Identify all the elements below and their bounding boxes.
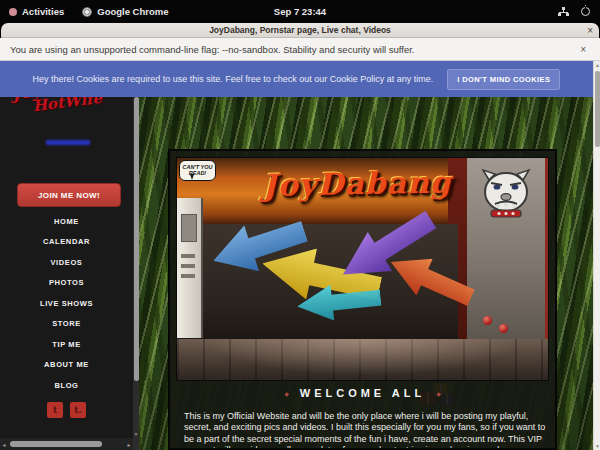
sidebar-item-videos[interactable]: VIDEOS [0,252,133,273]
scroll-left-icon[interactable]: ◂ [0,441,8,448]
chrome-taskbar-label: Google Chrome [97,6,168,17]
white-cart [177,198,203,338]
page-background: Joy Dabang HotWife JOIN ME NOW! HOME CAL… [0,97,593,450]
screen: Activities Google Chrome Sep 7 23:44 Joy… [0,0,600,450]
activities-label: Activities [22,6,64,17]
browser-scrollbar-thumb[interactable] [595,71,600,147]
window-title: JoyDabang, Pornstar page, Live chat, Vid… [209,25,391,35]
twitter-icon[interactable]: t [47,402,63,418]
sidebar-nav: HOME CALENDAR VIDEOS PHOTOS LIVE SHOWS S… [0,211,133,396]
activities-button[interactable]: Activities [0,0,73,23]
speech-bubble: CAN'T YOU READ! [179,160,216,181]
diamond-ornament-icon: ◆ [436,390,441,397]
red-ball-decoration [483,316,492,325]
sidebar-item-calendar[interactable]: CALENDAR [0,232,133,253]
diamond-ornament-icon: ◆ [284,390,289,397]
sidebar-item-blog[interactable]: BLOG [0,375,133,396]
window-titlebar: JoyDabang, Pornstar page, Live chat, Vid… [1,23,599,38]
main-content-panel: CAN'T YOU READ! JoyDabang [168,149,557,450]
scroll-down-icon[interactable]: ▼ [594,443,600,449]
wall-frame-edge [545,158,549,339]
scroll-right-icon[interactable]: ▸ [125,441,133,448]
sidebar-item-about-me[interactable]: ABOUT ME [0,355,133,376]
scroll-up-icon[interactable]: ▲ [594,62,600,68]
scroll-down-icon[interactable]: ▼ [133,431,139,437]
tumblr-icon[interactable]: t. [70,402,86,418]
bulldog-graffiti-icon [477,166,535,224]
sidebar-horizontal-scrollbar[interactable]: ◂ ▸ [0,438,133,450]
red-ball-decoration [499,324,508,333]
social-links: t t. [0,402,133,418]
sidebar-item-live-shows[interactable]: LIVE SHOWS [0,293,133,314]
logo-sublink[interactable] [46,140,90,145]
cookie-banner: Hey there! Cookies are required to use t… [0,61,593,97]
hero-image: CAN'T YOU READ! JoyDabang [176,157,549,381]
sidebar-item-photos[interactable]: PHOTOS [0,273,133,294]
graffiti-title: JoyDabang [207,163,508,203]
browser-vertical-scrollbar[interactable]: ▲ ▼ [593,61,600,450]
chrome-infobar: You are using an unsupported command-lin… [0,38,600,61]
welcome-heading-row: ◆ WELCOME ALL ◆ [170,387,555,399]
site-logo[interactable]: Joy Dabang HotWife [0,97,134,117]
sidebar-horizontal-scrollbar-thumb[interactable] [10,441,102,447]
sidebar-item-tip-me[interactable]: TIP ME [0,334,133,355]
network-icon[interactable] [558,7,569,17]
cookie-message: Hey there! Cookies are required to use t… [33,74,434,84]
browser-viewport: Hey there! Cookies are required to use t… [0,61,600,450]
sidebar-vertical-scrollbar-thumb[interactable] [134,97,139,381]
sidebar-item-home[interactable]: HOME [0,211,133,232]
power-icon[interactable] [581,7,590,16]
cookie-accept-button[interactable]: I DON'T MIND COOKIES [447,69,560,90]
chrome-icon [82,7,92,17]
window-close-icon[interactable]: × [587,23,593,38]
sidebar: Joy Dabang HotWife JOIN ME NOW! HOME CAL… [0,97,139,450]
activities-icon [9,8,17,16]
infobar-message: You are using an unsupported command-lin… [10,44,415,55]
chrome-taskbar-button[interactable]: Google Chrome [73,0,177,23]
page-title: WELCOME ALL [300,387,425,399]
sidebar-item-store[interactable]: STORE [0,314,133,335]
infobar-close-icon[interactable]: × [576,44,590,55]
join-me-now-button[interactable]: JOIN ME NOW! [17,183,121,207]
desktop-top-bar: Activities Google Chrome Sep 7 23:44 [0,0,600,23]
welcome-paragraph: This is my Official Website and will be … [184,411,546,450]
wood-floor [177,339,549,381]
sidebar-vertical-scrollbar[interactable]: ▼ [133,97,139,450]
